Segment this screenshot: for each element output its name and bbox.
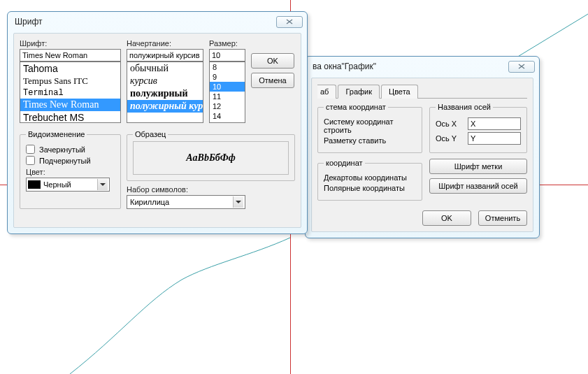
list-item[interactable]: Tempus Sans ITC — [20, 75, 120, 87]
list-item[interactable]: 12 — [210, 101, 245, 111]
color-swatch-icon — [28, 180, 41, 189]
coord-system-legend: стема координат — [324, 103, 388, 111]
graph-dialog-body: аб График Цвета стема координат Систему … — [311, 78, 533, 232]
style-label: Начертание: — [127, 39, 203, 48]
list-item[interactable]: полужирный — [127, 87, 203, 100]
underline-checkbox[interactable] — [26, 156, 35, 165]
coord-system-group: стема координат Систему координат строит… — [317, 103, 422, 153]
tabstrip: аб График Цвета — [317, 84, 527, 99]
effects-group: Видоизменение Зачеркнутый Подчеркнутый Ц… — [20, 130, 121, 209]
list-item[interactable]: 11 — [210, 92, 245, 101]
cartesian-label: Декартовы координаты — [324, 173, 407, 182]
axis-x-input[interactable] — [468, 117, 521, 130]
color-value: Черный — [43, 180, 94, 189]
font-dialog-body: Шрифт: Tahoma Tempus Sans ITC Terminal T… — [13, 33, 301, 228]
close-icon[interactable] — [276, 16, 303, 28]
axis-font-button[interactable]: Шрифт названий осей — [429, 178, 527, 194]
graph-dialog-title: ва окна"График" — [313, 62, 508, 71]
style-listbox[interactable]: обычный курсив полужирный полужирный кур… — [127, 62, 203, 123]
strikeout-checkbox[interactable] — [26, 145, 35, 154]
axis-x-label: Ось X — [436, 120, 464, 128]
close-icon[interactable] — [508, 61, 535, 73]
graph-dialog[interactable]: ва окна"График" аб График Цвета стема ко… — [305, 56, 540, 238]
axis-names-group: Названия осей Ось X Ось Y — [429, 103, 527, 153]
chevron-down-icon — [233, 196, 243, 208]
font-dialog[interactable]: Шрифт Шрифт: Tahoma Tempus Sans ITC Term… — [7, 11, 308, 234]
axis-names-legend: Названия осей — [436, 103, 493, 111]
sample-text: AaBbБбФф — [133, 141, 289, 175]
font-label: Шрифт: — [20, 39, 121, 48]
list-item[interactable]: Terminal — [20, 87, 120, 99]
polar-label: Полярные координаты — [324, 184, 405, 192]
script-combo[interactable]: Кириллица — [127, 195, 245, 209]
list-item[interactable]: полужирный курсив — [127, 100, 203, 113]
list-item[interactable]: 10 — [210, 82, 245, 92]
list-item[interactable]: Trebuchet MS — [20, 111, 120, 123]
font-cancel-button[interactable]: Отмена — [251, 73, 294, 88]
tab-graph[interactable]: График — [338, 85, 380, 99]
script-value: Кириллица — [129, 198, 230, 206]
font-name-input[interactable] — [20, 49, 121, 62]
graph-ok-button[interactable]: OK — [422, 210, 471, 226]
font-dialog-titlebar[interactable]: Шрифт — [8, 12, 307, 31]
effects-legend: Видоизменение — [26, 130, 87, 138]
font-style-input[interactable] — [127, 49, 203, 62]
list-item[interactable]: 8 — [210, 62, 245, 72]
list-item[interactable]: курсив — [127, 75, 203, 87]
font-ok-button[interactable]: OK — [251, 53, 294, 69]
axis-y-label: Ось Y — [436, 134, 464, 143]
list-item[interactable]: обычный — [127, 62, 203, 75]
tab-colors[interactable]: Цвета — [381, 85, 418, 99]
graph-dialog-titlebar[interactable]: ва окна"График" — [306, 57, 539, 76]
list-item[interactable]: Tahoma — [20, 62, 120, 75]
size-label: Размер: — [209, 39, 245, 48]
script-label: Набор символов: — [127, 185, 295, 194]
font-listbox[interactable]: Tahoma Tempus Sans ITC Terminal Times Ne… — [20, 62, 121, 123]
size-listbox[interactable]: 8 9 10 11 12 14 16 — [209, 62, 245, 123]
list-item[interactable]: 14 — [210, 111, 245, 121]
font-dialog-title: Шрифт — [15, 17, 276, 27]
axis-y-input[interactable] — [468, 132, 521, 145]
build-system-label: Систему координат строить — [324, 117, 416, 134]
color-label: Цвет: — [26, 168, 115, 176]
chevron-down-icon — [97, 179, 108, 190]
list-item[interactable]: Times New Roman — [20, 99, 120, 111]
underline-label: Подчеркнутый — [39, 157, 91, 165]
graph-cancel-button[interactable]: Отменить — [478, 210, 527, 226]
sample-legend: Образец — [133, 130, 168, 138]
color-combo[interactable]: Черный — [26, 178, 110, 192]
list-item[interactable]: 9 — [210, 72, 245, 82]
label-font-button[interactable]: Шрифт метки — [429, 159, 527, 174]
strikeout-label: Зачеркнутый — [39, 145, 85, 154]
sample-group: Образец AaBbБбФф — [127, 130, 295, 181]
tab-scale[interactable]: аб — [317, 85, 336, 99]
font-size-input[interactable] — [209, 49, 245, 62]
list-item[interactable]: 16 — [210, 121, 245, 123]
coord-type-group: координат Декартовы координаты Полярные … — [317, 159, 422, 201]
coord-type-legend: координат — [324, 159, 365, 167]
put-grid-label: Разметку ставить — [324, 136, 386, 145]
